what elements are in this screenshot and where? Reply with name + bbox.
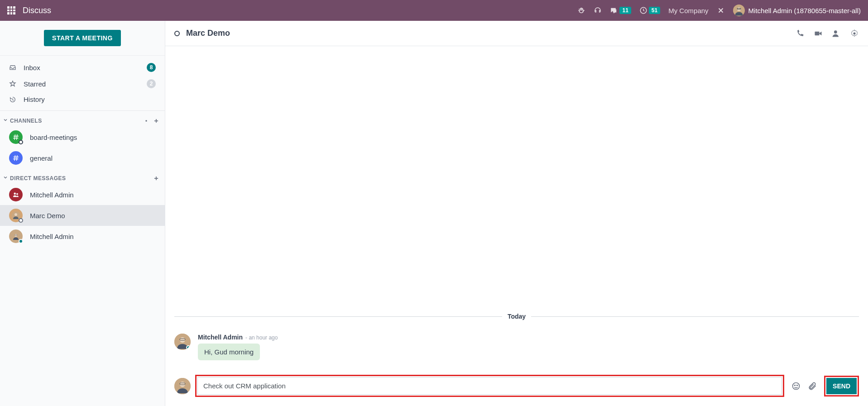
dm-name: Marc Demo bbox=[30, 212, 65, 220]
day-label: Today bbox=[502, 313, 531, 320]
svg-point-23 bbox=[793, 382, 800, 389]
inbox-count: 8 bbox=[147, 63, 156, 72]
activities-count-badge: 51 bbox=[649, 7, 660, 14]
svg-point-12 bbox=[14, 234, 17, 237]
inbox-icon bbox=[9, 64, 18, 71]
topbar: Discuss 11 51 My Company Mitchell Admin … bbox=[0, 0, 868, 21]
messages-area[interactable]: Today Mitchell Admin - an hour ago Hi, G… bbox=[165, 46, 868, 369]
emoji-icon[interactable] bbox=[791, 382, 801, 391]
dm-name: Mitchell Admin bbox=[30, 191, 74, 199]
debug-icon[interactable] bbox=[577, 6, 585, 14]
send-button[interactable]: SEND bbox=[826, 378, 857, 394]
mailbox-label: Starred bbox=[24, 80, 46, 88]
svg-point-3 bbox=[737, 8, 738, 9]
starred-item[interactable]: Starred 2 bbox=[0, 76, 165, 92]
attachment-icon[interactable] bbox=[808, 382, 817, 391]
channel-avatar bbox=[9, 151, 23, 165]
composer: SEND bbox=[165, 369, 868, 406]
dm-header[interactable]: DIRECT MESSAGES bbox=[0, 168, 165, 184]
svg-point-6 bbox=[145, 120, 147, 122]
message-time: - an hour ago bbox=[245, 334, 278, 341]
chevron-down-icon bbox=[3, 175, 8, 182]
dm-avatar bbox=[9, 209, 23, 222]
channel-item-general[interactable]: general bbox=[0, 148, 165, 168]
send-highlight-box: SEND bbox=[824, 376, 859, 396]
channel-name: general bbox=[30, 154, 53, 162]
messages-count-badge: 11 bbox=[619, 7, 631, 14]
message-text: Hi, Gud morning bbox=[198, 344, 260, 360]
video-icon[interactable] bbox=[814, 29, 823, 38]
start-meeting-button[interactable]: START A MEETING bbox=[44, 30, 121, 46]
dm-avatar bbox=[9, 188, 23, 201]
activities-icon[interactable]: 51 bbox=[639, 6, 660, 14]
starred-count: 2 bbox=[147, 79, 156, 88]
call-icon[interactable] bbox=[796, 29, 805, 38]
sidebar: START A MEETING Inbox 8 Starred 2 Histor… bbox=[0, 21, 165, 406]
message-author: Mitchell Admin bbox=[198, 334, 243, 341]
channel-item-board-meetings[interactable]: board-meetings bbox=[0, 127, 165, 148]
history-item[interactable]: History bbox=[0, 92, 165, 107]
svg-point-15 bbox=[834, 30, 837, 33]
user-menu[interactable]: Mitchell Admin (18780655-master-all) bbox=[733, 5, 861, 16]
settings-icon[interactable] bbox=[850, 29, 859, 38]
dm-name: Mitchell Admin bbox=[30, 233, 74, 240]
channels-settings-icon[interactable] bbox=[143, 118, 149, 124]
inbox-item[interactable]: Inbox 8 bbox=[0, 59, 165, 76]
message-author-avatar bbox=[174, 334, 191, 350]
dm-item-mitchell-admin[interactable]: Mitchell Admin bbox=[0, 226, 165, 247]
status-online-indicator bbox=[186, 345, 191, 350]
user-name: Mitchell Admin (18780655-master-all) bbox=[748, 7, 861, 14]
channels-header[interactable]: CHANNELS bbox=[0, 111, 165, 127]
add-dm-icon[interactable] bbox=[153, 175, 159, 182]
add-channel-icon[interactable] bbox=[153, 118, 159, 124]
svg-point-7 bbox=[14, 193, 16, 195]
svg-point-24 bbox=[795, 385, 796, 386]
svg-point-4 bbox=[739, 8, 740, 9]
tools-icon[interactable] bbox=[717, 6, 725, 14]
mailboxes-section: Inbox 8 Starred 2 History bbox=[0, 56, 165, 111]
presence-offline-icon bbox=[174, 31, 180, 36]
day-divider: Today bbox=[174, 313, 859, 320]
composer-highlight-box bbox=[195, 375, 784, 397]
thread-pane: Marc Demo Today bbox=[165, 21, 868, 406]
thread-title: Marc Demo bbox=[186, 29, 230, 38]
user-avatar bbox=[733, 5, 745, 16]
dm-avatar bbox=[9, 229, 23, 243]
message-input[interactable] bbox=[197, 377, 782, 395]
messages-icon[interactable]: 11 bbox=[610, 6, 631, 14]
svg-point-21 bbox=[180, 382, 185, 387]
svg-point-16 bbox=[854, 32, 856, 34]
channel-avatar bbox=[9, 130, 23, 144]
dm-item-mitchell-group[interactable]: Mitchell Admin bbox=[0, 184, 165, 205]
channels-header-label: CHANNELS bbox=[10, 118, 42, 124]
svg-point-18 bbox=[180, 337, 185, 343]
star-icon bbox=[9, 80, 18, 87]
composer-avatar bbox=[174, 378, 191, 394]
message: Mitchell Admin - an hour ago Hi, Gud mor… bbox=[174, 329, 859, 369]
status-online-indicator bbox=[19, 239, 23, 244]
svg-point-8 bbox=[16, 193, 18, 195]
svg-point-25 bbox=[797, 385, 798, 386]
add-member-icon[interactable] bbox=[832, 29, 841, 38]
history-icon bbox=[9, 96, 18, 103]
globe-indicator bbox=[19, 140, 23, 144]
apps-menu-icon[interactable] bbox=[7, 6, 15, 14]
dm-item-marc-demo[interactable]: Marc Demo bbox=[0, 205, 165, 226]
svg-point-10 bbox=[14, 213, 17, 216]
support-icon[interactable] bbox=[594, 6, 602, 14]
svg-point-2 bbox=[737, 7, 741, 11]
company-switcher[interactable]: My Company bbox=[668, 7, 708, 14]
mailbox-label: History bbox=[24, 96, 45, 103]
chevron-down-icon bbox=[3, 117, 8, 124]
channel-name: board-meetings bbox=[30, 134, 77, 141]
app-title: Discuss bbox=[23, 6, 51, 15]
svg-rect-14 bbox=[815, 31, 820, 35]
dm-header-label: DIRECT MESSAGES bbox=[10, 175, 66, 182]
status-offline-indicator bbox=[19, 218, 23, 223]
thread-header: Marc Demo bbox=[165, 21, 868, 46]
mailbox-label: Inbox bbox=[24, 64, 40, 72]
